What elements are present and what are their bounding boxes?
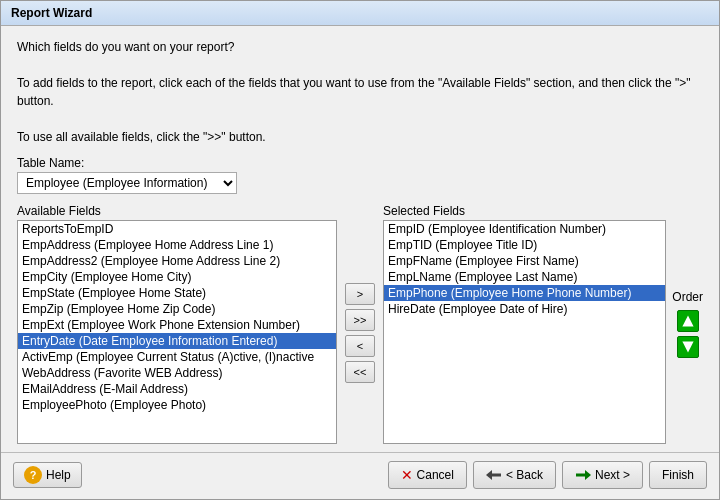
order-label: Order (672, 290, 703, 304)
available-field-item[interactable]: EmpAddress2 (Employee Home Address Line … (18, 253, 336, 269)
right-section: Selected Fields EmpID (Employee Identifi… (383, 204, 703, 444)
footer-left: ? Help (13, 462, 82, 488)
selected-fields-list[interactable]: EmpID (Employee Identification Number)Em… (383, 220, 666, 444)
instructions: Which fields do you want on your report?… (17, 38, 703, 146)
cancel-button[interactable]: ✕ Cancel (388, 461, 467, 489)
move-right-button[interactable]: > (345, 283, 375, 305)
instruction-line3: To use all available fields, click the "… (17, 128, 703, 146)
fields-section: Available Fields ReportsToEmpIDEmpAddres… (17, 204, 703, 444)
selected-field-item[interactable]: EmpTID (Employee Title ID) (384, 237, 665, 253)
order-down-button[interactable] (677, 336, 699, 358)
available-field-item[interactable]: ReportsToEmpID (18, 221, 336, 237)
cancel-label: Cancel (417, 468, 454, 482)
table-name-section: Table Name: Employee (Employee Informati… (17, 152, 703, 194)
report-wizard-window: Report Wizard Which fields do you want o… (0, 0, 720, 500)
selected-field-item[interactable]: EmpPhone (Employee Home Phone Number) (384, 285, 665, 301)
footer-right: ✕ Cancel < Back Next > Finish (388, 461, 707, 489)
available-field-item[interactable]: EmpExt (Employee Work Phone Extension Nu… (18, 317, 336, 333)
back-icon (486, 468, 502, 482)
order-buttons: Order (666, 204, 703, 444)
footer: ? Help ✕ Cancel < Back Next (1, 452, 719, 499)
instruction-line1: Which fields do you want on your report? (17, 38, 703, 56)
order-up-button[interactable] (677, 310, 699, 332)
available-field-item[interactable]: EmpCity (Employee Home City) (18, 269, 336, 285)
svg-marker-1 (682, 341, 693, 352)
selected-fields-label: Selected Fields (383, 204, 666, 218)
finish-button[interactable]: Finish (649, 461, 707, 489)
move-left-button[interactable]: < (345, 335, 375, 357)
table-name-label: Table Name: (17, 156, 703, 170)
available-field-item[interactable]: EmpAddress (Employee Home Address Line 1… (18, 237, 336, 253)
arrow-up-icon (681, 314, 695, 328)
svg-marker-0 (682, 315, 693, 326)
available-field-item[interactable]: EmployeePhoto (Employee Photo) (18, 397, 336, 413)
available-field-item[interactable]: ActivEmp (Employee Current Status (A)cti… (18, 349, 336, 365)
available-field-item[interactable]: EmpState (Employee Home State) (18, 285, 336, 301)
next-label: Next > (595, 468, 630, 482)
help-label: Help (46, 468, 71, 482)
selected-field-item[interactable]: EmpFName (Employee First Name) (384, 253, 665, 269)
selected-field-item[interactable]: HireDate (Employee Date of Hire) (384, 301, 665, 317)
available-fields-list[interactable]: ReportsToEmpIDEmpAddress (Employee Home … (17, 220, 337, 444)
available-fields-container: Available Fields ReportsToEmpIDEmpAddres… (17, 204, 337, 444)
help-button[interactable]: ? Help (13, 462, 82, 488)
table-name-select[interactable]: Employee (Employee Information) (17, 172, 237, 194)
available-field-item[interactable]: WebAddress (Favorite WEB Address) (18, 365, 336, 381)
title-bar: Report Wizard (1, 1, 719, 26)
back-button[interactable]: < Back (473, 461, 556, 489)
selected-fields-container: Selected Fields EmpID (Employee Identifi… (383, 204, 666, 444)
svg-rect-5 (576, 474, 586, 477)
content-area: Which fields do you want on your report?… (1, 26, 719, 452)
move-all-right-button[interactable]: >> (345, 309, 375, 331)
window-title: Report Wizard (11, 6, 92, 20)
help-icon: ? (24, 466, 42, 484)
selected-field-item[interactable]: EmpID (Employee Identification Number) (384, 221, 665, 237)
available-field-item[interactable]: EntryDate (Date Employee Information Ent… (18, 333, 336, 349)
transfer-buttons: > >> < << (337, 204, 383, 444)
instruction-line2: To add fields to the report, click each … (17, 74, 703, 110)
available-field-item[interactable]: EmpZip (Employee Home Zip Code) (18, 301, 336, 317)
selected-field-item[interactable]: EmpLName (Employee Last Name) (384, 269, 665, 285)
next-icon (575, 468, 591, 482)
back-label: < Back (506, 468, 543, 482)
next-button[interactable]: Next > (562, 461, 643, 489)
cancel-icon: ✕ (401, 467, 413, 483)
available-field-item[interactable]: EMailAddress (E-Mail Address) (18, 381, 336, 397)
arrow-down-icon (681, 340, 695, 354)
move-all-left-button[interactable]: << (345, 361, 375, 383)
finish-label: Finish (662, 468, 694, 482)
available-fields-label: Available Fields (17, 204, 337, 218)
svg-rect-3 (491, 474, 501, 477)
